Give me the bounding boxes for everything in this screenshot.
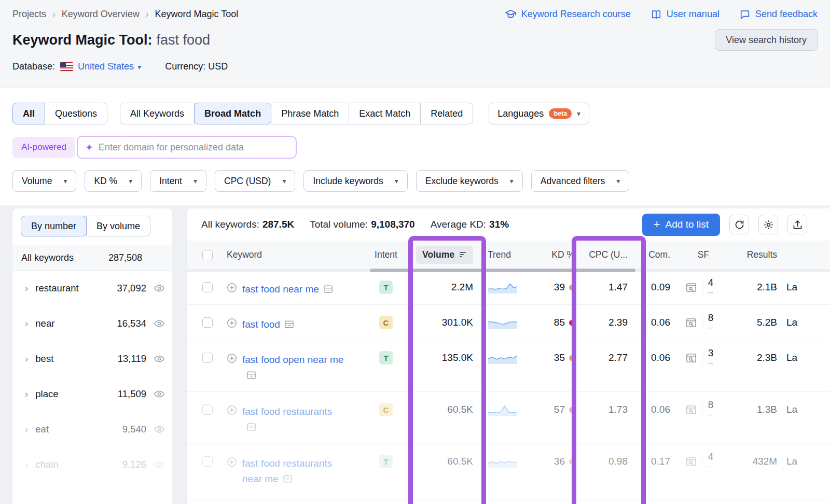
sidebar-group-near[interactable]: › near 16,534 — [12, 306, 172, 341]
languages-dropdown[interactable]: Languages beta ▾ — [489, 103, 589, 124]
settings-button[interactable] — [758, 215, 778, 234]
beta-badge: beta — [549, 108, 572, 119]
eye-icon[interactable] — [154, 283, 165, 294]
add-keyword-icon[interactable] — [227, 283, 237, 293]
gear-icon — [763, 219, 774, 230]
column-header-sf[interactable]: SF — [675, 241, 731, 270]
group-count: 13,119 — [118, 353, 146, 365]
sparkle-icon: ✦ — [85, 142, 93, 153]
eye-icon[interactable] — [154, 459, 165, 470]
eye-icon[interactable] — [154, 388, 165, 400]
domain-input[interactable] — [99, 142, 288, 153]
table-row: fast food restaurants C 60.5K 57 1.73 0.… — [187, 392, 830, 444]
row-checkbox[interactable] — [202, 353, 213, 363]
volume-value: 2.2M — [400, 270, 479, 305]
results-value: 2.1B — [731, 270, 784, 305]
filter-kd[interactable]: KD %▾ — [85, 170, 142, 192]
column-header-results[interactable]: Results — [731, 241, 784, 270]
filter-advanced-filters[interactable]: Advanced filters▾ — [531, 170, 630, 192]
keyword-link[interactable]: fast food open near me — [242, 354, 343, 365]
sidebar-group-place[interactable]: › place 11,509 — [12, 376, 172, 412]
tab-phrase-match[interactable]: Phrase Match — [271, 103, 349, 124]
column-header-cpc[interactable]: CPC (U... — [575, 241, 633, 270]
eye-icon[interactable] — [154, 353, 165, 365]
sidebar-group-restaurant[interactable]: › restaurant 37,092 — [12, 271, 172, 306]
tab-broad-match[interactable]: Broad Match — [194, 103, 271, 124]
keyword-link[interactable]: fast food restaurants — [242, 406, 332, 417]
sf-count: 4 — [708, 277, 714, 287]
competition-value: 0.17 — [633, 444, 675, 479]
add-keyword-icon[interactable] — [227, 353, 237, 363]
eye-icon[interactable] — [154, 318, 165, 329]
match-type-group: All KeywordsBroad MatchPhrase MatchExact… — [120, 103, 473, 124]
database-selector[interactable]: United States ▾ — [78, 61, 141, 72]
column-header-kd[interactable]: KD % — [540, 241, 575, 270]
filter-volume[interactable]: Volume▾ — [12, 170, 76, 192]
competition-value: 0.06 — [633, 392, 675, 427]
add-keyword-icon[interactable] — [227, 318, 237, 328]
kd-indicator-dot — [569, 355, 575, 361]
filter-cpc-usd[interactable]: CPC (USD)▾ — [215, 170, 295, 192]
column-header-keyword[interactable]: Keyword — [218, 241, 371, 270]
horizontal-scrollbar-thumb[interactable] — [370, 269, 635, 272]
column-header-com[interactable]: Com. — [633, 241, 675, 270]
keyword-research-course-link[interactable]: Keyword Research course — [505, 8, 631, 20]
volume-value: 60.5K — [400, 444, 479, 479]
add-to-list-button[interactable]: + Add to list — [642, 214, 720, 236]
sidebar-group-eat[interactable]: › eat 9,540 — [12, 412, 172, 447]
chevron-down-icon: ▾ — [193, 177, 197, 185]
keyword-link[interactable]: fast food near me — [242, 284, 319, 295]
serp-features-icon[interactable] — [686, 317, 697, 328]
serp-preview-icon[interactable] — [283, 473, 293, 488]
toggle-by-number[interactable]: By number — [21, 216, 87, 236]
chevron-down-icon: ▾ — [577, 109, 580, 118]
send-feedback-link[interactable]: Send feedback — [739, 9, 818, 20]
breadcrumb-item-keyword-overview[interactable]: Keyword Overview — [62, 9, 140, 20]
column-header-trend[interactable]: Trend — [479, 241, 540, 270]
serp-features-icon[interactable] — [686, 282, 697, 293]
sidebar-group-best[interactable]: › best 13,119 — [12, 341, 172, 376]
tab-exact-match[interactable]: Exact Match — [349, 103, 421, 124]
serp-preview-icon[interactable] — [323, 283, 333, 299]
table-row: fast food near me T 2.2M 39 1.47 0.09 4 … — [187, 270, 830, 305]
tab-questions[interactable]: Questions — [45, 103, 107, 124]
keyword-research-course-label: Keyword Research course — [521, 9, 631, 20]
tab-related[interactable]: Related — [420, 103, 473, 124]
filter-intent[interactable]: Intent▾ — [150, 170, 206, 192]
table-row: fast food restaurants near me T 60.5K 36… — [187, 444, 830, 501]
all-keywords-row[interactable]: All keywords 287,508 — [12, 245, 172, 271]
filter-include-keywords[interactable]: Include keywords▾ — [303, 170, 407, 192]
row-checkbox[interactable] — [202, 317, 213, 328]
graduation-cap-icon — [505, 8, 517, 20]
serp-features-icon[interactable] — [686, 353, 697, 363]
sidebar-group-chain[interactable]: › chain 9,126 — [12, 447, 172, 482]
volume-value: 301.0K — [400, 305, 479, 340]
serp-features-icon[interactable] — [686, 404, 697, 415]
summary-all-keywords: All keywords:287.5K — [201, 219, 294, 230]
refresh-button[interactable] — [729, 215, 749, 234]
user-manual-link[interactable]: User manual — [651, 9, 720, 20]
row-checkbox[interactable] — [202, 404, 213, 415]
breadcrumb-item-projects[interactable]: Projects — [12, 9, 46, 20]
column-header-intent[interactable]: Intent — [371, 241, 400, 270]
row-checkbox[interactable] — [202, 456, 213, 467]
keyword-link[interactable]: fast food — [242, 319, 280, 330]
add-keyword-icon[interactable] — [227, 457, 237, 467]
tab-all-keywords[interactable]: All Keywords — [120, 103, 195, 124]
select-all-checkbox[interactable] — [202, 250, 213, 260]
tab-all[interactable]: All — [12, 103, 45, 124]
intent-badge: C — [379, 316, 393, 329]
filter-exclude-keywords[interactable]: Exclude keywords▾ — [416, 170, 523, 192]
row-checkbox[interactable] — [202, 282, 213, 292]
view-search-history-button[interactable]: View search history — [715, 29, 818, 51]
serp-preview-icon[interactable] — [246, 369, 256, 385]
last-update-value: La — [784, 392, 830, 427]
eye-icon[interactable] — [154, 424, 165, 435]
toggle-by-volume[interactable]: By volume — [86, 216, 150, 236]
serp-features-icon[interactable] — [686, 456, 697, 467]
serp-preview-icon[interactable] — [246, 421, 256, 437]
column-header-volume[interactable]: Volume — [416, 246, 473, 264]
add-keyword-icon[interactable] — [227, 405, 237, 415]
serp-preview-icon[interactable] — [284, 318, 294, 334]
export-button[interactable] — [787, 215, 807, 234]
